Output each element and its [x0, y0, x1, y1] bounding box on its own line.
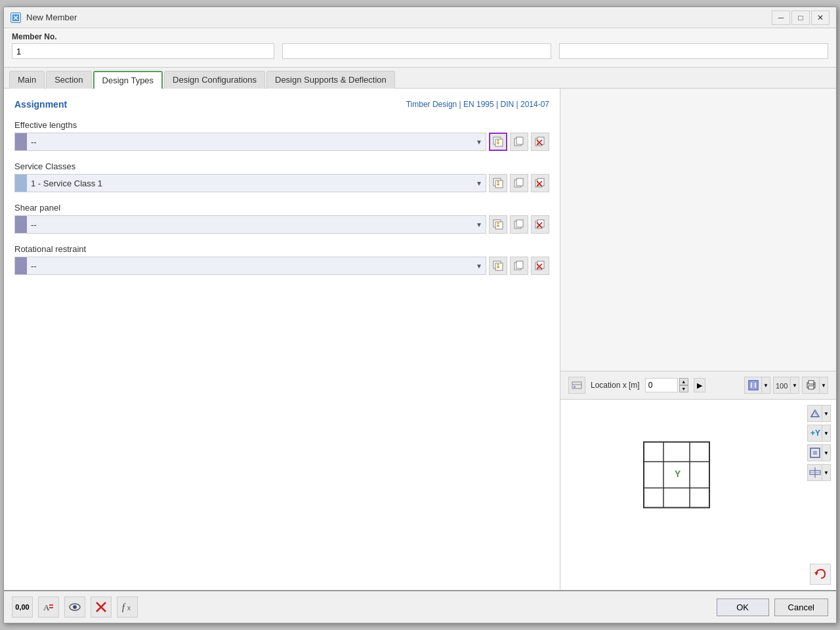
toolbar-eye-btn[interactable]: [64, 597, 85, 618]
service-classes-dropdown[interactable]: 1 - Service Class 1 ▼: [14, 174, 486, 192]
maximize-button[interactable]: □: [791, 10, 810, 25]
svg-point-7: [497, 140, 499, 142]
undo-btn[interactable]: [810, 564, 831, 585]
view-grid-btn: ▼: [807, 464, 831, 481]
shear-panel-value: --: [27, 219, 472, 231]
service-classes-new-btn[interactable]: [489, 174, 507, 192]
close-button[interactable]: ✕: [811, 10, 830, 25]
tab-main[interactable]: Main: [9, 71, 45, 89]
view-grid-main[interactable]: [807, 464, 822, 481]
effective-lengths-group: Effective lengths -- ▼: [14, 120, 549, 151]
location-label: Location x [m]: [591, 381, 640, 390]
location-spin-up[interactable]: ▲: [679, 378, 688, 385]
window-controls: ─ □ ✕: [772, 10, 830, 25]
toolbar-values-label: 0,00: [15, 603, 29, 611]
toolbar-text-btn[interactable]: A: [38, 597, 59, 618]
location-input[interactable]: [645, 378, 678, 392]
tab-section[interactable]: Section: [46, 71, 91, 89]
svg-rect-51: [750, 382, 753, 388]
print-btn-main[interactable]: [802, 377, 819, 394]
location-go-btn[interactable]: ▶: [694, 378, 705, 392]
effective-lengths-swatch: [15, 133, 27, 150]
tab-design-configurations[interactable]: Design Configurations: [164, 71, 265, 89]
member-field-3: [559, 32, 828, 63]
svg-rect-20: [516, 178, 523, 186]
effective-lengths-dropdown[interactable]: -- ▼: [14, 133, 486, 151]
shear-panel-swatch: [15, 216, 27, 233]
window-title: New Member: [26, 12, 77, 22]
location-spin-down[interactable]: ▼: [679, 385, 688, 392]
tab-bar: Main Section Design Types Design Configu…: [4, 68, 836, 89]
svg-text:x: x: [127, 604, 131, 612]
tab-design-types[interactable]: Design Types: [93, 71, 163, 89]
effective-lengths-copy-btn[interactable]: [510, 133, 528, 151]
shear-panel-arrow[interactable]: ▼: [472, 221, 486, 228]
shear-panel-copy-btn[interactable]: [510, 215, 528, 234]
member-field-3-input[interactable]: [559, 43, 828, 59]
undo-area: [810, 564, 831, 585]
svg-text:100: 100: [776, 382, 788, 390]
toolbar-delete-btn[interactable]: [91, 597, 112, 618]
view-select-arrow[interactable]: ▼: [761, 377, 770, 394]
shear-panel-dropdown[interactable]: -- ▼: [14, 215, 486, 234]
rotational-restraint-swatch: [15, 257, 27, 274]
scale-btn-main[interactable]: 100: [773, 377, 790, 394]
view-box-main[interactable]: [807, 444, 822, 461]
shear-panel-new-btn[interactable]: [489, 215, 507, 234]
member-field-2-input[interactable]: [282, 43, 551, 59]
svg-rect-49: [574, 386, 576, 388]
service-classes-group: Service Classes 1 - Service Class 1 ▼: [14, 161, 549, 192]
service-classes-delete-btn[interactable]: [531, 174, 549, 192]
shear-panel-row: -- ▼: [14, 215, 549, 234]
minimize-button[interactable]: ─: [772, 10, 790, 25]
rotational-restraint-dropdown[interactable]: -- ▼: [14, 257, 486, 275]
svg-rect-55: [808, 381, 814, 384]
tab-design-supports-deflection[interactable]: Design Supports & Deflection: [266, 71, 395, 89]
svg-text:Y: Y: [675, 469, 681, 479]
service-classes-copy-btn[interactable]: [510, 174, 528, 192]
assignment-header: Assignment Timber Design | EN 1995 | DIN…: [14, 99, 549, 110]
service-classes-swatch: [15, 175, 27, 192]
view-3d-main[interactable]: [807, 405, 822, 422]
effective-lengths-arrow[interactable]: ▼: [472, 138, 486, 146]
member-no-input[interactable]: 1: [12, 43, 274, 59]
rotational-restraint-value: --: [27, 260, 472, 272]
location-spinners: ▲ ▼: [679, 378, 688, 392]
rotational-restraint-row: -- ▼: [14, 257, 549, 275]
ok-cancel-area: OK Cancel: [717, 598, 828, 616]
toolbar-formula-btn[interactable]: f x: [117, 597, 138, 618]
view-box-btn: ▼: [807, 444, 831, 461]
service-classes-arrow[interactable]: ▼: [472, 180, 486, 187]
print-btn-arrow[interactable]: ▼: [819, 377, 828, 394]
rotational-restraint-group: Rotational restraint -- ▼: [14, 244, 549, 275]
effective-lengths-delete-btn[interactable]: [531, 133, 549, 151]
rotational-restraint-copy-btn[interactable]: [510, 257, 528, 275]
rotational-restraint-delete-btn[interactable]: [531, 257, 549, 275]
location-navigate-btn[interactable]: [568, 377, 585, 394]
assignment-title: Assignment: [14, 99, 67, 110]
view-select-main[interactable]: [744, 377, 761, 394]
ok-button[interactable]: OK: [717, 598, 769, 616]
member-no-label: Member No.: [12, 32, 274, 41]
view-3d-arrow[interactable]: ▼: [822, 405, 831, 422]
shear-panel-delete-btn[interactable]: [531, 215, 549, 234]
title-bar-left: New Member: [10, 12, 77, 23]
svg-rect-52: [754, 382, 757, 388]
rotational-restraint-arrow[interactable]: ▼: [472, 262, 486, 270]
service-classes-row: 1 - Service Class 1 ▼: [14, 174, 549, 192]
view-axis-y-arrow[interactable]: ▼: [822, 425, 831, 442]
cancel-button[interactable]: Cancel: [774, 598, 828, 616]
svg-rect-9: [516, 137, 523, 144]
rotational-restraint-new-btn[interactable]: [489, 257, 507, 275]
design-info: Timber Design | EN 1995 | DIN | 2014-07: [406, 100, 549, 109]
view-3d-btn: ▼: [807, 405, 831, 422]
view-box-arrow[interactable]: ▼: [822, 444, 831, 461]
scale-btn-arrow[interactable]: ▼: [790, 377, 799, 394]
svg-point-29: [497, 222, 499, 224]
view-axis-y-main[interactable]: +Y: [807, 425, 822, 442]
location-bar-container: Location x [m] ▲ ▼ ▶: [560, 371, 836, 399]
effective-lengths-new-btn[interactable]: [489, 133, 507, 151]
toolbar-values-btn[interactable]: 0,00: [12, 597, 33, 618]
location-controls: ▲ ▼: [645, 378, 688, 392]
view-grid-arrow[interactable]: ▼: [822, 464, 831, 481]
